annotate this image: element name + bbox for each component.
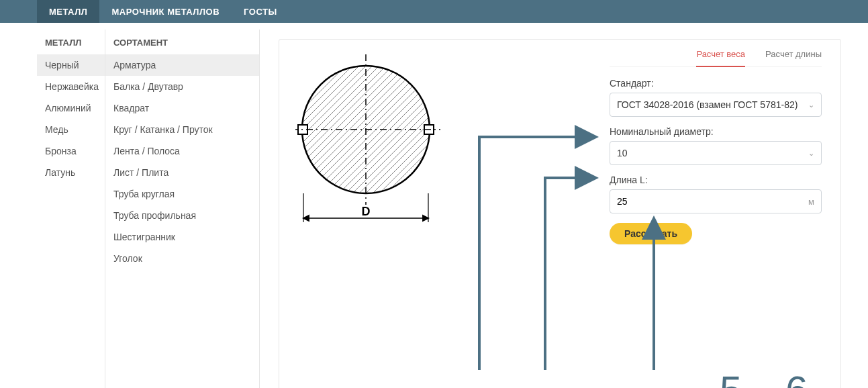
length-input-wrap: м [610, 189, 822, 213]
sidebar-sort-item[interactable]: Шестигранник [105, 226, 259, 248]
sidebar-metal-item[interactable]: Медь [37, 119, 105, 140]
sidebar-sort-item[interactable]: Арматура [105, 54, 259, 76]
sidebar-metal: МЕТАЛЛ Черный Нержавейка Алюминий Медь Б… [37, 30, 105, 388]
sidebar-sort-item[interactable]: Круг / Катанка / Пруток [105, 119, 259, 140]
sidebar-sort-item[interactable]: Балка / Двутавр [105, 76, 259, 97]
sidebar-sort-item[interactable]: Уголок [105, 248, 259, 269]
sidebar-sort-item[interactable]: Труба профильная [105, 205, 259, 226]
calculate-button[interactable]: Рассчитать [610, 223, 692, 244]
sidebar-metal-item[interactable]: Бронза [37, 140, 105, 162]
diameter-value: 10 [617, 148, 628, 158]
sidebar-metal-item[interactable]: Алюминий [37, 97, 105, 119]
calc-panel: D Расчет веса Расчет длины Стандарт: ГОС… [279, 39, 841, 388]
top-nav: МЕТАЛЛ МАРОЧНИК МЕТАЛЛОВ ГОСТЫ [0, 0, 868, 23]
sidebar-sort-item[interactable]: Лист / Плита [105, 162, 259, 183]
nav-metal[interactable]: МЕТАЛЛ [37, 0, 99, 23]
sidebar-metal-item[interactable]: Латунь [37, 162, 105, 183]
diagram-d-label: D [362, 205, 371, 218]
diameter-select[interactable]: 10 ⌄ [610, 141, 822, 165]
sidebar-sort-item[interactable]: Лента / Полоса [105, 140, 259, 162]
sidebar-sortament: СОРТАМЕНТ Арматура Балка / Двутавр Квадр… [105, 30, 260, 388]
sidebar-metal-item[interactable]: Черный [37, 54, 105, 76]
length-label: Длина L: [610, 175, 822, 185]
tab-weight[interactable]: Расчет веса [696, 46, 745, 67]
calc-form: Расчет веса Расчет длины Стандарт: ГОСТ … [610, 46, 824, 388]
chevron-down-icon: ⌄ [808, 101, 814, 109]
diameter-label: Номинальный диаметр: [610, 126, 822, 137]
nav-marochnik[interactable]: МАРОЧНИК МЕТАЛЛОВ [99, 0, 232, 23]
standard-value: ГОСТ 34028-2016 (взамен ГОСТ 5781-82) [617, 99, 798, 110]
sidebar-sort-item[interactable]: Квадрат [105, 97, 259, 119]
tab-length[interactable]: Расчет длины [765, 46, 822, 66]
length-input[interactable] [617, 196, 804, 207]
sidebar-sort-item[interactable]: Труба круглая [105, 183, 259, 205]
chevron-down-icon: ⌄ [808, 149, 814, 158]
sidebar-metal-item[interactable]: Нержавейка [37, 76, 105, 97]
nav-gosty[interactable]: ГОСТЫ [232, 0, 289, 23]
cross-section-diagram: D [295, 46, 463, 388]
sidebar-sortament-heading: СОРТАМЕНТ [105, 30, 259, 54]
length-unit: м [804, 197, 814, 207]
standard-select[interactable]: ГОСТ 34028-2016 (взамен ГОСТ 5781-82) ⌄ [610, 93, 822, 117]
sidebar-metal-heading: МЕТАЛЛ [37, 30, 105, 54]
standard-label: Стандарт: [610, 78, 822, 89]
